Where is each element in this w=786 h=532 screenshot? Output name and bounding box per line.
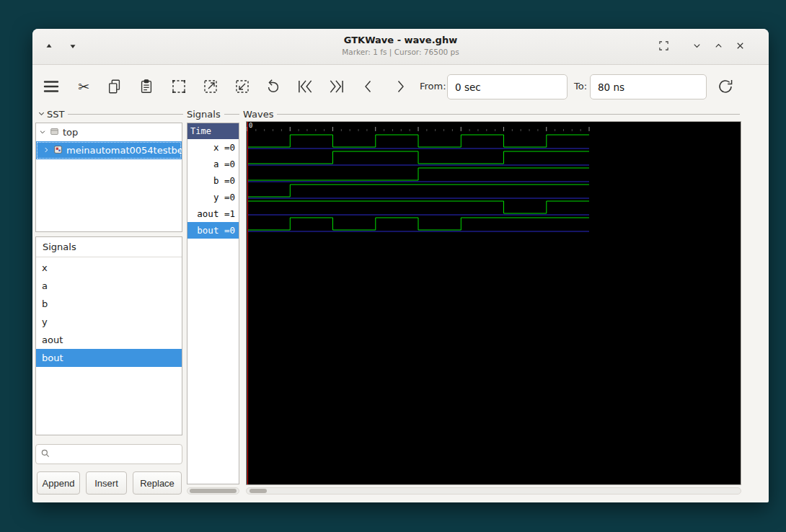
selection-shrink-icon	[234, 78, 251, 95]
search-icon	[40, 448, 50, 461]
signal-row[interactable]: aout =1	[187, 205, 239, 222]
waves-frame-label-row: Waves	[243, 108, 740, 120]
sst-tree: top meinautomat0054testbe	[35, 123, 182, 232]
nav-up-button[interactable]	[38, 36, 60, 58]
signal-search[interactable]	[35, 444, 182, 464]
signal-row[interactable]: a =0	[187, 156, 239, 172]
append-button[interactable]: Append	[37, 471, 80, 495]
signal-list-item[interactable]: a	[36, 277, 182, 295]
timeline-zero-label: 0	[249, 122, 252, 129]
frame-divider	[68, 114, 183, 115]
module-chip-icon	[53, 145, 63, 156]
time-column-header[interactable]: Time	[187, 123, 239, 139]
signal-row[interactable]: b =0	[187, 172, 239, 189]
from-input[interactable]	[447, 74, 568, 99]
reload-button[interactable]	[712, 74, 738, 99]
signal-list-item[interactable]: aout	[36, 331, 182, 349]
titlebar[interactable]: GTKWave - wave.ghw Marker: 1 fs | Cursor…	[32, 29, 769, 65]
close-button[interactable]	[729, 36, 751, 58]
chevron-down-icon	[692, 40, 702, 53]
next-edge-button[interactable]	[387, 74, 413, 99]
design-root-icon	[50, 127, 59, 138]
scrollbar-thumb[interactable]	[250, 489, 267, 493]
tree-row-testbench[interactable]: meinautomat0054testbe	[36, 141, 182, 159]
down-arrow-icon	[68, 41, 78, 53]
expander-down-icon[interactable]	[39, 127, 46, 138]
zoom-out-button[interactable]	[229, 74, 255, 99]
menu-button[interactable]	[38, 74, 64, 99]
frame-divider	[224, 114, 239, 115]
signal-list-panel: Signals xabyaoutbout	[35, 236, 182, 435]
waves-frame-label: Waves	[243, 109, 273, 120]
from-label: From:	[420, 74, 446, 99]
signal-list-item[interactable]: y	[36, 313, 182, 331]
window-title: GTKWave - wave.ghw	[191, 35, 610, 45]
paste-button[interactable]	[133, 74, 159, 99]
frame-divider	[277, 114, 740, 115]
expander-right-icon[interactable]	[43, 145, 50, 156]
gtkwave-window: GTKWave - wave.ghw Marker: 1 fs | Cursor…	[32, 29, 769, 502]
sst-expander-icon[interactable]	[37, 109, 45, 120]
maximize-button[interactable]	[707, 36, 729, 58]
desktop-background: GTKWave - wave.ghw Marker: 1 fs | Cursor…	[0, 0, 786, 532]
cut-button[interactable]: ✂	[71, 74, 97, 99]
chevron-right-icon	[392, 78, 409, 95]
waves-hscrollbar[interactable]	[246, 487, 741, 495]
zoom-in-button[interactable]	[198, 74, 224, 99]
copy-button[interactable]	[102, 74, 128, 99]
to-input[interactable]	[590, 74, 707, 99]
close-icon	[735, 40, 746, 53]
nav-down-button[interactable]	[62, 36, 84, 58]
signal-list: xabyaoutbout	[36, 259, 182, 367]
signals-frame-label-row: Signals	[187, 108, 239, 120]
toolbar: ✂	[32, 66, 769, 108]
tree-item-label: meinautomat0054testbe	[66, 145, 182, 156]
signal-list-header: Signals	[36, 237, 182, 257]
search-input[interactable]	[54, 449, 181, 460]
signals-frame-label: Signals	[187, 109, 221, 120]
skip-to-start-icon	[296, 77, 314, 96]
minimize-button[interactable]	[686, 36, 707, 58]
signal-row[interactable]: y =0	[187, 189, 239, 205]
tile-window-button[interactable]	[653, 36, 674, 58]
up-arrow-icon	[44, 41, 54, 53]
sst-label: SST	[47, 109, 64, 120]
waveform-svg	[247, 122, 741, 484]
titlebar-text: GTKWave - wave.ghw Marker: 1 fs | Cursor…	[191, 35, 610, 56]
scissors-icon: ✂	[78, 80, 89, 94]
undo-button[interactable]	[260, 74, 286, 99]
tree-item-label: top	[63, 127, 78, 138]
copy-icon	[107, 79, 123, 94]
signal-rows: x =0a =0b =0y =0aout =1bout =0	[187, 139, 239, 239]
signal-list-item[interactable]: b	[36, 295, 182, 313]
skip-to-end-icon	[327, 77, 346, 96]
refresh-icon	[717, 78, 734, 95]
signal-row[interactable]: bout =0	[187, 222, 239, 239]
signal-list-item[interactable]: bout	[36, 349, 182, 367]
undo-icon	[265, 79, 281, 94]
waveform-canvas[interactable]: 0	[246, 121, 741, 485]
selection-box-icon	[170, 78, 187, 95]
window-subtitle: Marker: 1 fs | Cursor: 76500 ps	[191, 48, 610, 56]
clipboard-paste-icon	[138, 79, 154, 94]
insert-button[interactable]: Insert	[86, 471, 127, 495]
fit-screen-icon	[658, 40, 669, 53]
signal-row[interactable]: x =0	[187, 139, 239, 156]
tree-row-top[interactable]: top	[36, 123, 182, 141]
sst-frame-label: SST	[37, 108, 183, 120]
selection-expand-icon	[202, 78, 219, 95]
signal-table-hscrollbar[interactable]	[187, 487, 239, 495]
go-to-end-button[interactable]	[324, 74, 350, 99]
hamburger-menu-icon	[43, 78, 60, 95]
prev-edge-button[interactable]	[356, 74, 381, 99]
chevron-left-icon	[360, 78, 377, 95]
go-to-start-button[interactable]	[292, 74, 318, 99]
chevron-up-icon	[713, 40, 724, 53]
replace-button[interactable]: Replace	[133, 471, 182, 495]
scrollbar-thumb[interactable]	[190, 489, 237, 493]
signal-list-item[interactable]: x	[36, 259, 182, 277]
signal-table: Time x =0a =0b =0y =0aout =1bout =0	[187, 123, 239, 484]
zoom-fit-button[interactable]	[166, 74, 192, 99]
to-label: To:	[574, 74, 587, 99]
